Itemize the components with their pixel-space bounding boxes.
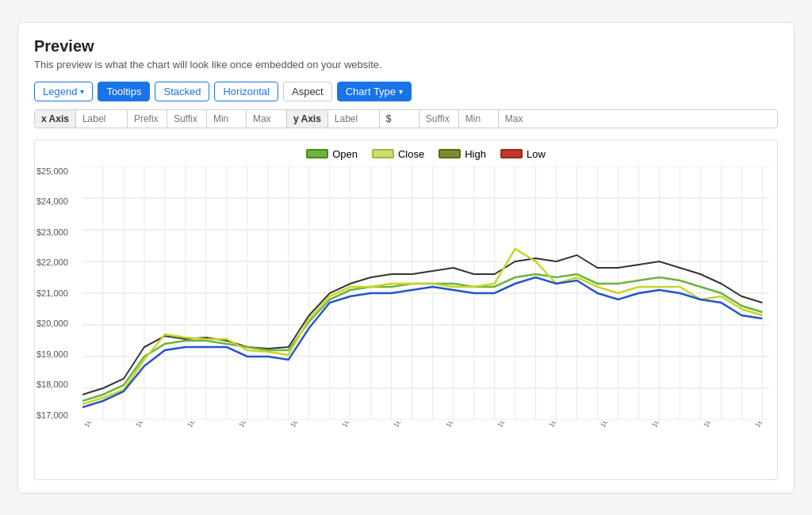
legend-swatch-close [372,149,394,158]
x-min-input[interactable] [207,110,247,128]
tooltips-button[interactable]: Tooltips [98,82,150,101]
x-prefix-input[interactable] [128,110,167,128]
chart-svg [82,166,769,420]
legend-open: Open [306,148,358,160]
preview-container: Preview This preview is what the chart w… [17,22,795,494]
y-label-25000: $25,000 [36,166,73,176]
x-axis-label: x Axis [35,110,76,128]
y-label-21000: $21,000 [36,288,73,298]
legend-label-low: Low [527,148,546,160]
page-title: Preview [34,37,778,55]
legend-button[interactable]: Legend [34,82,93,101]
y-label-20000: $20,000 [36,319,73,328]
chart-type-button[interactable]: Chart Type [337,82,412,101]
chart-area: Open Close High Low $25,000 $24,000 $23,… [34,139,778,480]
page-subtitle: This preview is what the chart will look… [34,59,778,71]
y-prefix-input[interactable] [380,110,419,128]
axis-bar: x Axis y Axis [34,109,778,128]
y-max-input[interactable] [499,110,538,128]
y-label-18000: $18,000 [36,380,73,389]
chart-legend: Open Close High Low [82,148,769,160]
legend-low: Low [500,148,546,160]
x-max-input[interactable] [247,110,286,128]
y-label-24000: $24,000 [36,196,73,206]
legend-swatch-low [500,149,523,158]
x-axis-labels: 1673222400000 1673308800000 167339520000… [82,422,769,466]
horizontal-button[interactable]: Horizontal [214,82,278,101]
y-label-19000: $19,000 [36,349,73,359]
x-suffix-input[interactable] [167,110,207,128]
low-line [82,277,762,407]
y-label-input[interactable] [328,110,380,128]
y-label-22000: $22,000 [36,258,73,267]
x-label-input[interactable] [76,110,128,128]
x-label-13: 1674345600000 [753,422,769,445]
y-min-input[interactable] [459,110,499,128]
legend-label-close: Close [398,148,424,160]
y-axis-label: y Axis [286,110,328,128]
legend-swatch-open [306,149,328,158]
y-axis-labels: $25,000 $24,000 $23,000 $22,000 $21,000 … [36,166,73,420]
legend-label-high: High [465,148,486,160]
y-label-17000: $17,000 [36,410,73,420]
stacked-button[interactable]: Stacked [155,82,209,101]
y-label-23000: $23,000 [36,227,73,237]
legend-swatch-high [439,149,461,158]
legend-label-open: Open [332,148,358,160]
toolbar: Legend Tooltips Stacked Horizontal Aspec… [34,82,778,101]
y-suffix-input[interactable] [419,110,459,128]
aspect-button[interactable]: Aspect [283,82,332,101]
chart-plot: $25,000 $24,000 $23,000 $22,000 $21,000 … [82,166,769,420]
legend-close: Close [372,148,424,160]
legend-high: High [439,148,486,160]
